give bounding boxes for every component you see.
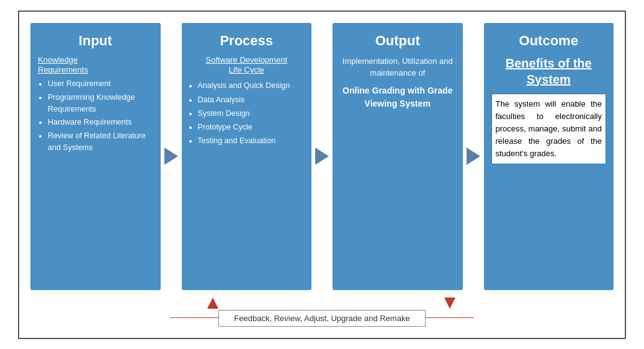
arrow-right-icon (164, 148, 178, 165)
input-list: User Requirement Programming Knowledge R… (38, 78, 153, 155)
arrow-right-icon (315, 148, 329, 165)
outcome-paragraph: The system will enable the faculties to … (491, 94, 607, 165)
outcome-title: Outcome (491, 33, 607, 49)
list-item: System Design (198, 107, 305, 120)
flow-row: Input KnowledgeRequirements User Require… (30, 23, 614, 290)
outcome-subtitle: Benefits of theSystem (491, 55, 607, 87)
output-title: Output (340, 33, 455, 49)
process-subtitle: Software DevelopmentLife Cycle (189, 55, 305, 76)
feedback-label: Feedback, Review, Adjust, Upgrade and Re… (218, 310, 425, 327)
list-item: Hardware Requirements (48, 117, 153, 128)
arrow-3 (463, 23, 484, 290)
process-title: Process (189, 33, 305, 49)
arrow-up-icon (207, 298, 218, 309)
list-item: Data Analysis (198, 94, 305, 107)
feedback-section: Feedback, Review, Adjust, Upgrade and Re… (30, 295, 614, 327)
input-box: Input KnowledgeRequirements User Require… (30, 23, 161, 290)
feedback-arrows (170, 295, 474, 309)
process-box: Process Software DevelopmentLife Cycle A… (182, 23, 312, 290)
arrow-down-icon (444, 298, 455, 309)
list-item: Prototype Cycle (198, 121, 305, 134)
process-list: Analysis and Quick Design Data Analysis … (189, 79, 305, 148)
input-subtitle: KnowledgeRequirements (38, 55, 153, 76)
output-box: Output Implementation, Utilization and m… (333, 23, 463, 290)
input-title: Input (38, 33, 153, 49)
feedback-line-right (426, 317, 474, 318)
list-item: Testing and Evaluation (198, 135, 305, 148)
output-main-text: Implementation, Utilization and maintena… (340, 55, 455, 79)
feedback-line-left (170, 317, 218, 318)
diagram-container: Input KnowledgeRequirements User Require… (18, 11, 626, 339)
outcome-box: Outcome Benefits of theSystem The system… (484, 23, 614, 290)
arrow-2 (311, 23, 333, 290)
output-bold-text: Online Grading with Grade Viewing System (340, 84, 455, 110)
list-item: User Requirement (48, 78, 153, 90)
list-item: Review of Related Literature and Systems (48, 130, 153, 154)
feedback-line-row: Feedback, Review, Adjust, Upgrade and Re… (170, 309, 474, 327)
list-item: Programming Knowledge Requirements (48, 92, 153, 116)
list-item: Analysis and Quick Design (198, 79, 305, 92)
arrow-right-icon (467, 148, 480, 165)
arrow-1 (161, 23, 182, 290)
